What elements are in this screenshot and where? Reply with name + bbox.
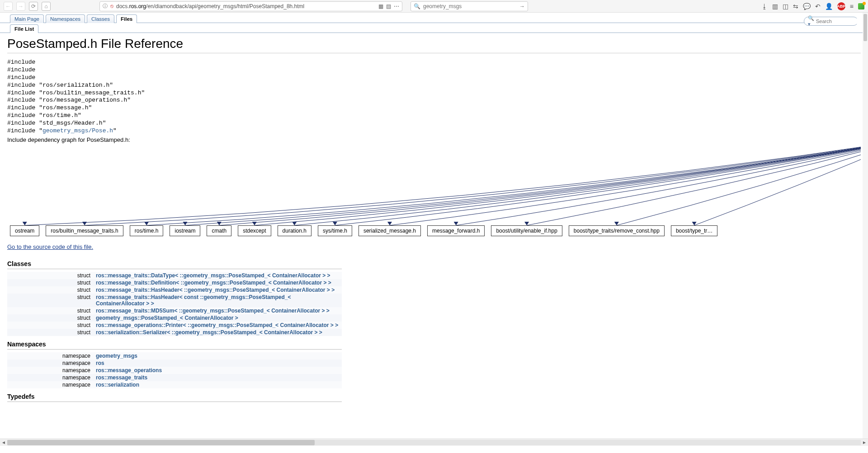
- dep-node: ostream: [10, 225, 39, 236]
- svg-marker-4: [217, 222, 222, 225]
- namespaces-heading: Namespaces: [7, 341, 342, 350]
- tab-namespaces[interactable]: Namespaces: [46, 14, 85, 23]
- vertical-scrollbar[interactable]: [863, 13, 868, 439]
- row-link[interactable]: geometry_msgs::PoseStamped_< ContainerAl…: [96, 315, 238, 321]
- svg-marker-3: [183, 222, 187, 225]
- subtab-file-list[interactable]: File List: [10, 24, 38, 33]
- reload-button[interactable]: ⟳: [29, 2, 38, 11]
- qr-icon[interactable]: ▦: [378, 3, 383, 9]
- reader-icon[interactable]: ▤: [386, 3, 391, 9]
- svg-marker-8: [387, 222, 392, 225]
- row-kind: struct: [7, 286, 93, 294]
- row-link[interactable]: ros: [96, 360, 104, 366]
- row-kind: namespace: [7, 381, 93, 388]
- page-body: PoseStamped.h File Reference #include #i…: [0, 33, 868, 402]
- download-icon[interactable]: ⭳: [761, 3, 768, 10]
- table-row: structros::message_operations::Printer< …: [7, 322, 342, 329]
- row-link[interactable]: ros::message_traits::HasHeader< const ::…: [96, 294, 291, 307]
- table-row: structros::message_traits::MD5Sum< ::geo…: [7, 307, 342, 314]
- extension-icon[interactable]: [858, 3, 864, 9]
- row-link[interactable]: geometry_msgs: [96, 353, 137, 359]
- classes-table: structros::message_traits::DataType< ::g…: [7, 272, 342, 336]
- source-link[interactable]: Go to the source code of this file.: [7, 243, 93, 250]
- sidebar-icon[interactable]: ◫: [783, 3, 788, 10]
- tab-classes[interactable]: Classes: [87, 14, 114, 23]
- svg-marker-6: [292, 222, 297, 225]
- url-bar[interactable]: ⓘ ⦸ docs.ros.org/en/diamondback/api/geom…: [99, 1, 402, 11]
- more-icon[interactable]: ⋯: [394, 3, 399, 9]
- horizontal-scrollbar[interactable]: ◄ ►: [0, 439, 868, 446]
- doc-search-input[interactable]: [816, 19, 868, 24]
- abp-icon[interactable]: ABP: [837, 2, 845, 10]
- undo-icon[interactable]: ↶: [815, 3, 821, 10]
- dep-node: cmath: [207, 225, 231, 236]
- svg-marker-5: [252, 222, 257, 225]
- row-link[interactable]: ros::message_traits: [96, 374, 147, 381]
- dep-node: stdexcept: [238, 225, 271, 236]
- namespaces-table: namespacegeometry_msgsnamespacerosnamesp…: [7, 352, 342, 388]
- scroll-thumb[interactable]: [7, 440, 315, 445]
- row-link[interactable]: ros::message_traits::Definition< ::geome…: [96, 280, 331, 286]
- page-title: PoseStamped.h File Reference: [7, 37, 861, 53]
- dep-node: ros/builtin_message_traits.h: [46, 225, 123, 236]
- dep-caption: Include dependency graph for PoseStamped…: [7, 136, 861, 143]
- dep-node: ros/time.h: [130, 225, 164, 236]
- svg-marker-7: [333, 222, 337, 225]
- viewport: Main PageNamespacesClassesFiles 🔍▾ File …: [0, 13, 868, 446]
- content: Main PageNamespacesClassesFiles 🔍▾ File …: [0, 14, 868, 402]
- row-kind: struct: [7, 329, 93, 336]
- scroll-right-icon[interactable]: ►: [861, 440, 868, 445]
- row-kind: struct: [7, 279, 93, 286]
- includes-block: #include #include #include #include "ros…: [7, 59, 861, 135]
- svg-marker-10: [524, 222, 529, 225]
- row-link[interactable]: ros::message_operations: [96, 367, 162, 374]
- forward-button[interactable]: →: [16, 2, 25, 11]
- row-kind: struct: [7, 272, 93, 279]
- search-icon: 🔍▾: [808, 15, 814, 27]
- classes-heading: Classes: [7, 260, 342, 269]
- browser-search[interactable]: 🔍 →: [410, 1, 528, 11]
- dependency-graph: ostreamros/builtin_message_traits.hros/t…: [7, 145, 861, 240]
- row-kind: namespace: [7, 367, 93, 374]
- shield-icon: ⓘ: [103, 3, 108, 9]
- table-row: structros::message_traits::HasHeader< co…: [7, 294, 342, 307]
- tabs-main: Main PageNamespacesClassesFiles: [10, 14, 868, 23]
- row-link[interactable]: ros::serialization: [96, 382, 139, 388]
- search-icon: 🔍: [414, 3, 420, 9]
- table-row: namespaceros: [7, 360, 342, 367]
- svg-marker-0: [23, 222, 27, 225]
- dep-node: iostream: [170, 225, 200, 236]
- table-row: structgeometry_msgs::PoseStamped_< Conta…: [7, 314, 342, 322]
- scroll-left-icon[interactable]: ◄: [0, 440, 7, 445]
- tab-main-page[interactable]: Main Page: [10, 14, 44, 23]
- tab-files[interactable]: Files: [116, 14, 137, 23]
- svg-marker-9: [454, 222, 458, 225]
- table-row: namespaceros::message_operations: [7, 367, 342, 374]
- back-button[interactable]: ←: [4, 2, 13, 11]
- dep-node: serialized_message.h: [359, 225, 421, 236]
- dep-node: sys/time.h: [318, 225, 352, 236]
- account-icon[interactable]: 👤: [825, 3, 833, 10]
- row-link[interactable]: ros::message_traits::MD5Sum< ::geometry_…: [96, 308, 330, 314]
- dep-node: duration.h: [278, 225, 311, 236]
- row-link[interactable]: ros::message_traits::HasHeader< ::geomet…: [96, 287, 335, 293]
- browser-toolbar: ← → ⟳ ⌂ ⓘ ⦸ docs.ros.org/en/diamondback/…: [0, 0, 868, 13]
- menu-icon[interactable]: ≡: [850, 3, 854, 10]
- search-input[interactable]: [423, 3, 517, 9]
- row-link[interactable]: ros::message_traits::DataType< ::geometr…: [96, 272, 330, 279]
- url-text: docs.ros.org/en/diamondback/api/geometry…: [116, 3, 373, 9]
- go-icon[interactable]: →: [519, 3, 525, 9]
- home-button[interactable]: ⌂: [42, 2, 51, 11]
- row-link[interactable]: ros::message_operations::Printer< ::geom…: [96, 322, 338, 328]
- row-link[interactable]: ros::serialization::Serializer< ::geomet…: [96, 329, 322, 336]
- table-row: namespaceros::serialization: [7, 381, 342, 388]
- doc-search[interactable]: 🔍▾: [804, 17, 858, 26]
- typedefs-heading: Typedefs: [7, 393, 342, 402]
- include-link[interactable]: geometry_msgs/Pose.h: [42, 127, 113, 134]
- chat-icon[interactable]: 💬: [803, 3, 811, 10]
- tabs-sub: File List: [10, 24, 868, 33]
- dep-node: boost/utility/enable_if.hpp: [491, 225, 562, 236]
- row-kind: struct: [7, 307, 93, 314]
- library-icon[interactable]: ▥: [772, 3, 778, 10]
- sync-icon[interactable]: ⇆: [793, 3, 798, 10]
